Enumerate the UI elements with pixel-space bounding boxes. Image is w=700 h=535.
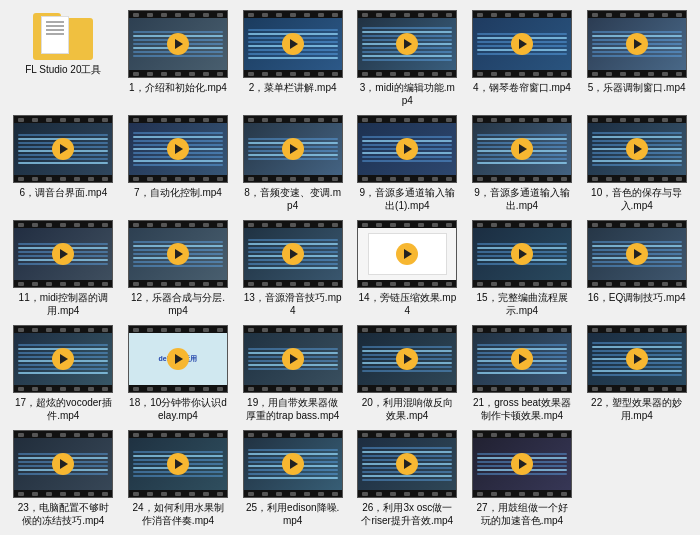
thumbnail[interactable] — [472, 10, 572, 78]
video-item[interactable]: delay的运用 18，10分钟带你认识delay.mp4 — [125, 325, 232, 422]
item-label: 22，塑型效果器的妙用.mp4 — [587, 396, 687, 422]
video-item[interactable]: 20，利用混响做反向效果.mp4 — [354, 325, 461, 422]
video-item[interactable]: 22，塑型效果器的妙用.mp4 — [583, 325, 690, 422]
item-label: 25，利用edison降噪.mp4 — [243, 501, 343, 527]
thumbnail[interactable] — [243, 430, 343, 498]
play-button[interactable] — [52, 453, 74, 475]
play-button[interactable] — [167, 243, 189, 265]
folder-item[interactable]: FL Studio 20工具 — [10, 10, 117, 107]
video-item[interactable]: 4，钢琴卷帘窗口.mp4 — [469, 10, 576, 107]
video-item[interactable]: 21，gross beat效果器制作卡顿效果.mp4 — [469, 325, 576, 422]
play-button[interactable] — [282, 33, 304, 55]
thumbnail[interactable] — [128, 220, 228, 288]
play-button[interactable] — [511, 138, 533, 160]
video-item[interactable]: 19，用自带效果器做厚重的trap bass.mp4 — [239, 325, 346, 422]
video-item[interactable]: 11，midi控制器的调用.mp4 — [10, 220, 117, 317]
video-item[interactable]: 9，音源多通道输入输出(1).mp4 — [354, 115, 461, 212]
thumbnail[interactable] — [357, 325, 457, 393]
thumbnail[interactable] — [357, 10, 457, 78]
video-item[interactable]: 2，菜单栏讲解.mp4 — [239, 10, 346, 107]
video-item[interactable]: 17，超炫的vocoder插件.mp4 — [10, 325, 117, 422]
thumbnail[interactable] — [128, 115, 228, 183]
play-button[interactable] — [282, 138, 304, 160]
play-button[interactable] — [511, 33, 533, 55]
video-item[interactable]: 3，midi的编辑功能.mp4 — [354, 10, 461, 107]
item-label: 2，菜单栏讲解.mp4 — [249, 81, 337, 94]
play-button[interactable] — [52, 243, 74, 265]
play-button[interactable] — [282, 348, 304, 370]
thumbnail[interactable] — [357, 430, 457, 498]
video-item[interactable]: 25，利用edison降噪.mp4 — [239, 430, 346, 527]
folder-icon — [33, 10, 93, 60]
thumbnail[interactable] — [587, 220, 687, 288]
video-item[interactable]: 7，自动化控制.mp4 — [125, 115, 232, 212]
play-button[interactable] — [396, 453, 418, 475]
play-button[interactable] — [626, 348, 648, 370]
play-button[interactable] — [626, 33, 648, 55]
thumbnail[interactable] — [587, 10, 687, 78]
item-label: 10，音色的保存与导入.mp4 — [587, 186, 687, 212]
video-item[interactable]: 26，利用3x osc做一个riser提升音效.mp4 — [354, 430, 461, 527]
item-label: 20，利用混响做反向效果.mp4 — [357, 396, 457, 422]
item-label: 23，电脑配置不够时候的冻结技巧.mp4 — [13, 501, 113, 527]
video-item[interactable]: 15，完整编曲流程展示.mp4 — [469, 220, 576, 317]
play-button[interactable] — [396, 243, 418, 265]
video-item[interactable]: 12，乐器合成与分层.mp4 — [125, 220, 232, 317]
video-item[interactable]: 14，旁链压缩效果.mp4 — [354, 220, 461, 317]
thumbnail[interactable] — [587, 115, 687, 183]
video-item[interactable]: 8，音频变速、变调.mp4 — [239, 115, 346, 212]
play-button[interactable] — [52, 348, 74, 370]
thumbnail[interactable] — [587, 325, 687, 393]
thumbnail[interactable] — [243, 325, 343, 393]
video-item[interactable]: 23，电脑配置不够时候的冻结技巧.mp4 — [10, 430, 117, 527]
video-item[interactable]: 10，音色的保存与导入.mp4 — [583, 115, 690, 212]
item-label: 9，音源多通道输入输出.mp4 — [472, 186, 572, 212]
play-button[interactable] — [282, 243, 304, 265]
item-label: 1，介绍和初始化.mp4 — [129, 81, 227, 94]
thumbnail[interactable]: delay的运用 — [128, 325, 228, 393]
thumbnail[interactable] — [472, 115, 572, 183]
play-button[interactable] — [167, 453, 189, 475]
play-button[interactable] — [167, 33, 189, 55]
video-item[interactable]: 24，如何利用水果制作消音伴奏.mp4 — [125, 430, 232, 527]
thumbnail[interactable] — [357, 115, 457, 183]
video-item[interactable]: 9，音源多通道输入输出.mp4 — [469, 115, 576, 212]
thumbnail[interactable] — [128, 430, 228, 498]
thumbnail[interactable] — [243, 115, 343, 183]
video-item[interactable]: 13，音源滑音技巧.mp4 — [239, 220, 346, 317]
video-item[interactable]: 1，介绍和初始化.mp4 — [125, 10, 232, 107]
thumbnail[interactable] — [13, 115, 113, 183]
item-label: FL Studio 20工具 — [25, 63, 101, 76]
play-button[interactable] — [511, 243, 533, 265]
item-label: 15，完整编曲流程展示.mp4 — [472, 291, 572, 317]
play-button[interactable] — [52, 138, 74, 160]
item-label: 8，音频变速、变调.mp4 — [243, 186, 343, 212]
play-button[interactable] — [282, 453, 304, 475]
video-item[interactable]: 5，乐器调制窗口.mp4 — [583, 10, 690, 107]
play-button[interactable] — [396, 348, 418, 370]
video-item[interactable]: 6，调音台界面.mp4 — [10, 115, 117, 212]
video-item[interactable]: 27，用鼓组做一个好玩的加速音色.mp4 — [469, 430, 576, 527]
thumbnail[interactable] — [472, 430, 572, 498]
thumbnail[interactable] — [13, 325, 113, 393]
item-label: 16，EQ调制技巧.mp4 — [588, 291, 686, 304]
play-button[interactable] — [167, 138, 189, 160]
play-button[interactable] — [626, 243, 648, 265]
play-button[interactable] — [167, 348, 189, 370]
play-button[interactable] — [511, 453, 533, 475]
play-button[interactable] — [396, 138, 418, 160]
video-item[interactable]: 16，EQ调制技巧.mp4 — [583, 220, 690, 317]
thumbnail[interactable] — [13, 430, 113, 498]
thumbnail[interactable] — [13, 220, 113, 288]
thumbnail[interactable] — [472, 325, 572, 393]
thumbnail[interactable] — [472, 220, 572, 288]
play-button[interactable] — [511, 348, 533, 370]
thumbnail[interactable] — [128, 10, 228, 78]
thumbnail[interactable] — [243, 10, 343, 78]
item-label: 14，旁链压缩效果.mp4 — [357, 291, 457, 317]
thumbnail[interactable] — [243, 220, 343, 288]
play-button[interactable] — [396, 33, 418, 55]
play-button[interactable] — [626, 138, 648, 160]
thumbnail[interactable] — [357, 220, 457, 288]
item-label: 24，如何利用水果制作消音伴奏.mp4 — [128, 501, 228, 527]
